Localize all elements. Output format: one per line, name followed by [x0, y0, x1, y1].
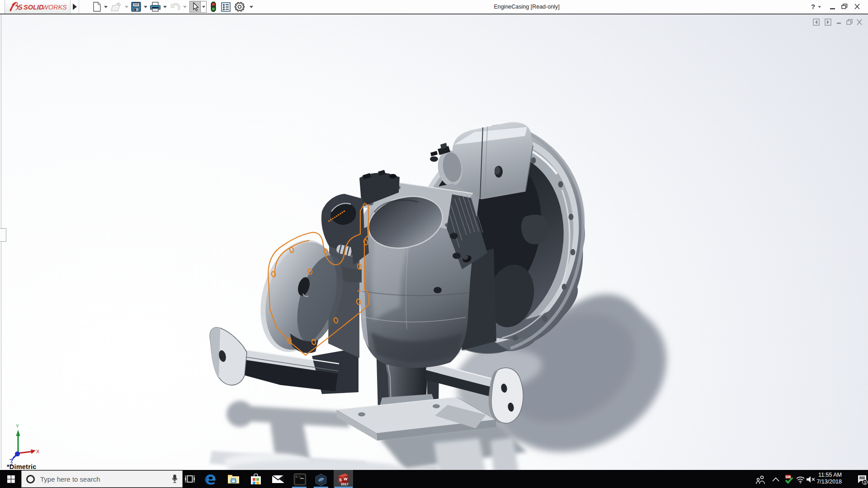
svg-text:C:\_: C:\_	[296, 475, 302, 479]
svg-text:W: W	[344, 477, 348, 481]
svg-text:S: S	[339, 478, 342, 482]
svg-text:2017: 2017	[341, 482, 349, 486]
svg-text:?: ?	[811, 3, 815, 10]
svg-text:WORKS: WORKS	[42, 4, 67, 11]
svg-text:SW: SW	[786, 475, 791, 479]
svg-text:Y: Y	[16, 423, 19, 429]
svg-text:3: 3	[864, 480, 866, 485]
svg-text:X: X	[36, 449, 39, 454]
svg-text:SOLID: SOLID	[24, 4, 44, 11]
